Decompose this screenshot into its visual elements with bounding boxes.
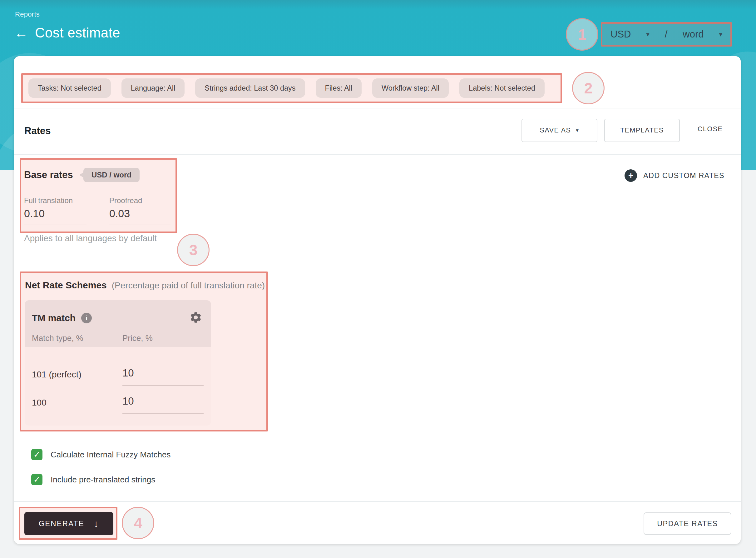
download-arrow-icon: ↓ [94, 519, 99, 529]
info-icon[interactable]: i [81, 313, 92, 323]
calculate-fuzzy-checkbox[interactable]: ✓ [31, 449, 43, 460]
generate-label: GENERATE [39, 519, 84, 528]
divider [14, 501, 741, 502]
match-type-101: 101 (perfect) [32, 370, 81, 380]
plus-icon: + [624, 169, 637, 182]
tm-match-card: TM match i Match type, % Price, % 101 (p… [25, 300, 211, 426]
add-custom-rates-label: ADD CUSTOM RATES [643, 172, 725, 180]
include-pretranslated-label: Include pre-translated strings [51, 475, 155, 485]
price-input-100[interactable] [123, 395, 204, 414]
price-column-header: Price, % [123, 333, 153, 343]
filter-chip-labels[interactable]: Labels: Not selected [459, 78, 545, 98]
templates-label: TEMPLATES [620, 127, 664, 134]
net-rate-schemes-subtitle: (Percentage paid of full translation rat… [112, 281, 265, 290]
filter-chip-tasks[interactable]: Tasks: Not selected [28, 78, 111, 98]
base-rates-panel: Base rates USD / word Full translation P… [20, 158, 177, 233]
per-separator: / [665, 29, 668, 40]
net-rate-schemes-title: Net Rate Schemes [25, 280, 107, 290]
save-as-button[interactable]: SAVE AS ▾ [521, 119, 597, 142]
back-arrow-icon[interactable]: ← [15, 26, 28, 40]
proofread-label: Proofread [109, 196, 142, 205]
currency-select[interactable]: USD [611, 29, 631, 40]
divider [14, 108, 741, 108]
filter-chip-strings-added[interactable]: Strings added: Last 30 days [195, 78, 305, 98]
option-row: ✓ Include pre-translated strings [31, 473, 155, 486]
cost-estimate-page: Reports ← Cost estimate 1 USD ▾ / word ▾… [0, 0, 756, 558]
divider [14, 154, 741, 155]
base-rates-title: Base rates [24, 169, 73, 181]
annotation-circle-4: 4 [122, 507, 154, 539]
report-settings-card: Tasks: Not selected Language: All String… [14, 56, 741, 544]
chevron-down-icon[interactable]: ▾ [646, 31, 649, 38]
full-translation-input[interactable] [24, 207, 86, 225]
page-title-row: ← Cost estimate [15, 25, 120, 41]
save-as-label: SAVE AS [540, 127, 571, 134]
filter-chip-language[interactable]: Language: All [122, 78, 185, 98]
templates-button[interactable]: TEMPLATES [604, 119, 680, 142]
update-rates-button[interactable]: UPDATE RATES [644, 512, 731, 535]
option-row: ✓ Calculate Internal Fuzzy Matches [31, 448, 170, 461]
annotation-circle-2: 2 [572, 72, 604, 104]
tm-match-title: TM match [32, 313, 76, 323]
filter-chip-files[interactable]: Files: All [316, 78, 362, 98]
price-input-101[interactable] [123, 367, 204, 386]
proofread-input[interactable] [109, 207, 170, 225]
full-translation-label: Full translation [24, 196, 73, 205]
match-type-100: 100 [32, 398, 47, 408]
filter-chip-workflow-step[interactable]: Workflow step: All [372, 78, 449, 98]
chevron-down-icon: ▾ [576, 127, 579, 134]
annotation-circle-1: 1 [566, 18, 598, 51]
page-title: Cost estimate [35, 25, 120, 41]
match-type-column-header: Match type, % [32, 333, 83, 343]
generate-annotation-box: GENERATE ↓ [19, 507, 117, 540]
generate-button[interactable]: GENERATE ↓ [24, 512, 113, 535]
rates-section-title: Rates [24, 125, 51, 136]
base-rates-note: Applies to all languages by default [24, 233, 157, 244]
net-rate-schemes-panel: Net Rate Schemes (Percentage paid of ful… [20, 272, 268, 431]
chevron-down-icon[interactable]: ▾ [719, 31, 722, 38]
base-rates-unit-chip: USD / word [83, 168, 140, 182]
add-custom-rates-button[interactable]: + ADD CUSTOM RATES [624, 169, 725, 182]
unit-select[interactable]: word [683, 29, 704, 40]
calculate-fuzzy-label: Calculate Internal Fuzzy Matches [51, 450, 170, 460]
include-pretranslated-checkbox[interactable]: ✓ [31, 474, 43, 485]
close-button[interactable]: CLOSE [698, 125, 723, 133]
breadcrumb[interactable]: Reports [15, 10, 40, 19]
annotation-circle-3: 3 [177, 234, 210, 266]
currency-unit-selector: USD ▾ / word ▾ [601, 22, 732, 47]
filters-bar: Tasks: Not selected Language: All String… [21, 73, 562, 103]
gear-icon[interactable] [189, 311, 202, 324]
